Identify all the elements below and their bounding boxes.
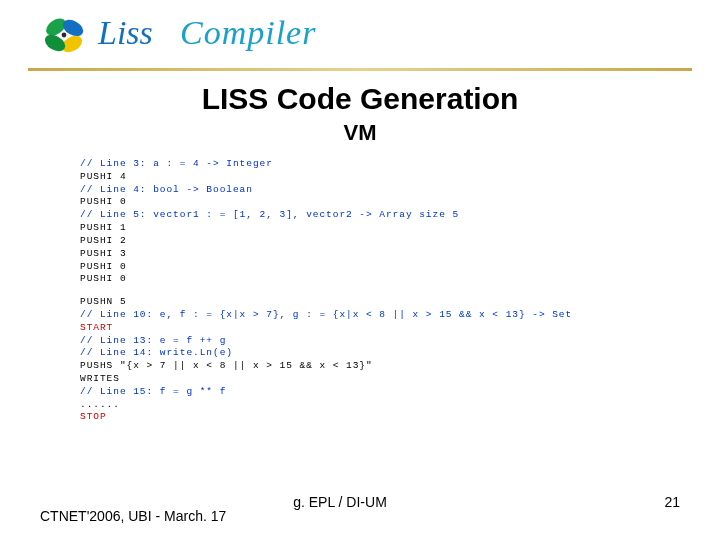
code-line: PUSHI 0 xyxy=(80,273,650,286)
code-line: // Line 4: bool -> Boolean xyxy=(80,184,650,197)
code-line: PUSHI 1 xyxy=(80,222,650,235)
logo-word-compiler: Compiler xyxy=(180,14,316,51)
header-divider xyxy=(28,68,692,71)
code-line: START xyxy=(80,322,650,335)
logo-bar: Liss Compiler xyxy=(40,8,680,68)
code-line: PUSHI 2 xyxy=(80,235,650,248)
liss-compiler-logo: Liss Compiler xyxy=(40,8,400,62)
svg-point-4 xyxy=(62,33,67,38)
footer-pagenum: 21 xyxy=(664,494,680,510)
footer-org: g. EPL / DI-UM xyxy=(40,494,640,510)
code-block-gap xyxy=(80,286,650,296)
vm-code-listing: // Line 3: a : = 4 -> IntegerPUSHI 4// L… xyxy=(80,158,650,424)
logo-word-liss: Liss xyxy=(97,14,153,51)
code-line: PUSHI 0 xyxy=(80,196,650,209)
code-line: STOP xyxy=(80,411,650,424)
code-line: ...... xyxy=(80,399,650,412)
code-line: // Line 5: vector1 : = [1, 2, 3], vector… xyxy=(80,209,650,222)
code-line: PUSHI 0 xyxy=(80,261,650,274)
code-line: PUSHS "{x > 7 || x < 8 || x > 15 && x < … xyxy=(80,360,650,373)
code-line: PUSHI 4 xyxy=(80,171,650,184)
code-line: // Line 10: e, f : = {x|x > 7}, g : = {x… xyxy=(80,309,650,322)
code-line: PUSHI 3 xyxy=(80,248,650,261)
code-line: // Line 3: a : = 4 -> Integer xyxy=(80,158,650,171)
code-line: // Line 13: e = f ++ g xyxy=(80,335,650,348)
code-line: // Line 14: write.Ln(e) xyxy=(80,347,650,360)
footer-event: CTNET'2006, UBI - March. 17 xyxy=(40,508,226,524)
code-line: PUSHN 5 xyxy=(80,296,650,309)
code-line: // Line 15: f = g ** f xyxy=(80,386,650,399)
slide-subtitle: VM xyxy=(0,120,720,146)
slide-title: LISS Code Generation xyxy=(0,82,720,116)
code-line: WRITES xyxy=(80,373,650,386)
